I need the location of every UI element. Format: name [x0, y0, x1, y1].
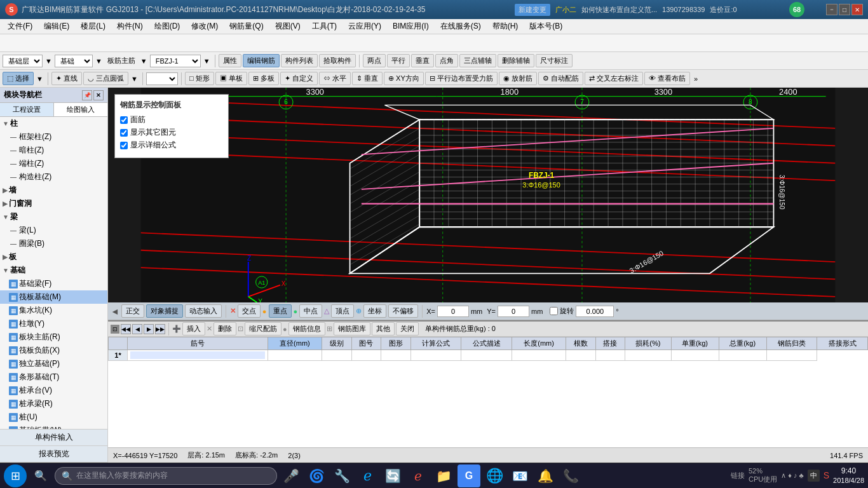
tree-item-8[interactable]: — 梁(L): [0, 224, 107, 237]
vertex-btn[interactable]: 顶点: [331, 304, 354, 318]
lang-indicator[interactable]: 中: [808, 470, 820, 482]
tree-item-19[interactable]: ▦ 条形基础(T): [0, 370, 107, 384]
taskbar-icon-5[interactable]: ℯ: [407, 464, 430, 487]
new-change-btn[interactable]: 新建变更: [515, 4, 550, 16]
menu-item-BIM应用I[interactable]: BIM应用(I): [388, 20, 434, 33]
cross-lr-btn[interactable]: ⇄ 交叉左右标注: [585, 72, 643, 85]
coordinate-btn[interactable]: 坐标: [363, 304, 386, 318]
tree-item-1[interactable]: — 框架柱(Z): [0, 130, 107, 144]
menu-item-楼层L[interactable]: 楼层(L): [76, 20, 111, 33]
tree-item-13[interactable]: ▦ 筏板基础(M): [0, 290, 107, 304]
ortho-btn[interactable]: 正交: [121, 304, 144, 318]
single-component-btn[interactable]: 单构件输入: [0, 430, 107, 446]
taskbar-icon-6[interactable]: 📁: [432, 464, 455, 487]
auto-config-btn[interactable]: ⚙ 自动配筋: [538, 72, 583, 85]
menu-item-在线服务S[interactable]: 在线服务(S): [435, 20, 486, 33]
face-rebar-check[interactable]: [120, 116, 128, 124]
menu-item-绘图D[interactable]: 绘图(D): [149, 20, 186, 33]
edit-steel-btn[interactable]: 编辑钢筋: [243, 54, 280, 67]
parallel-layout-btn[interactable]: ⊟ 平行边布置受力筋: [425, 72, 498, 85]
tree-item-11[interactable]: ▼ 基础: [0, 264, 107, 277]
custom-btn[interactable]: ✦ 自定义: [280, 72, 318, 85]
shape-select[interactable]: [146, 72, 178, 85]
tree-item-3[interactable]: — 端柱(Z): [0, 157, 107, 170]
menu-item-帮助H[interactable]: 帮助(H): [487, 20, 524, 33]
tree-item-5[interactable]: ▶ 墙: [0, 184, 107, 197]
view-layout-btn[interactable]: 👁 查看布筋: [644, 72, 690, 85]
x-input[interactable]: [437, 306, 469, 317]
menu-item-视图V[interactable]: 视图(V): [270, 20, 306, 33]
delete-aux-btn[interactable]: 删除辅轴: [498, 54, 534, 67]
property-btn[interactable]: 属性: [219, 54, 241, 67]
tree-item-4[interactable]: — 构造柱(Z): [0, 170, 107, 184]
tree-item-12[interactable]: ▦ 基础梁(F): [0, 277, 107, 290]
insert-btn[interactable]: 插入: [182, 322, 205, 336]
object-snap-btn[interactable]: 对象捕捉: [146, 304, 183, 318]
menu-item-文件F[interactable]: 文件(F): [3, 20, 37, 33]
menu-item-构件N[interactable]: 构件(N): [112, 20, 148, 33]
close-button[interactable]: ✕: [851, 4, 863, 15]
drawing-input-btn[interactable]: 绘图输入: [54, 103, 107, 116]
tree-item-22[interactable]: ▦ 桩(U): [0, 410, 107, 424]
checkbox-show-other[interactable]: 显示其它图元: [120, 127, 223, 138]
tree-item-9[interactable]: — 圈梁(B): [0, 237, 107, 250]
show-formula-check[interactable]: [120, 142, 128, 149]
nav-prev-btn[interactable]: ◀: [132, 324, 142, 334]
xy-btn[interactable]: ⊕ XY方向: [384, 72, 424, 85]
report-preview-btn[interactable]: 报表预览: [0, 446, 107, 463]
engineering-setup-btn[interactable]: 工程设置: [0, 103, 54, 116]
menu-item-修改M[interactable]: 修改(M): [186, 20, 223, 33]
intersection-btn[interactable]: 交点: [238, 304, 261, 318]
tree-item-0[interactable]: ▼ 柱: [0, 117, 107, 130]
dynamic-input-btn[interactable]: 动态输入: [185, 304, 222, 318]
tree-item-21[interactable]: ▦ 桩承梁(R): [0, 397, 107, 410]
taskbar-search-box[interactable]: 🔍 在这里输入你要搜索的内容: [55, 467, 277, 485]
vertical-btn[interactable]: 垂直: [411, 54, 434, 67]
checkbox-show-formula[interactable]: 显示详细公式: [120, 140, 223, 151]
select-btn[interactable]: ⬚ 选择: [3, 72, 34, 85]
taskbar-search-icon[interactable]: 🔍: [29, 464, 52, 487]
delete-btn[interactable]: 删除: [214, 322, 236, 336]
guangfuEr-btn[interactable]: 广小二: [555, 5, 576, 15]
tree-item-20[interactable]: ▦ 桩承台(V): [0, 384, 107, 397]
horizontal-btn[interactable]: ⇔ 水平: [319, 72, 351, 85]
vertical2-btn[interactable]: ⇕ 垂直: [352, 72, 383, 85]
parallel-btn[interactable]: 平行: [387, 54, 410, 67]
minimize-button[interactable]: －: [826, 4, 837, 15]
start-button[interactable]: ⊞: [4, 464, 27, 487]
more-btn[interactable]: »: [691, 75, 700, 83]
taskbar-icon-9[interactable]: 🔔: [534, 464, 557, 487]
other-btn[interactable]: 其他: [372, 322, 395, 336]
taskbar-icon-7[interactable]: 🌐: [483, 464, 506, 487]
taskbar-icon-10[interactable]: 📞: [559, 464, 582, 487]
dimension-btn[interactable]: 尺寸标注: [536, 54, 573, 67]
taskbar-mic-icon[interactable]: 🎤: [280, 464, 302, 487]
scale-btn[interactable]: 缩尺配筋: [245, 322, 281, 336]
tree-item-6[interactable]: ▶ 门窗洞: [0, 197, 107, 210]
point-angle-btn[interactable]: 点角: [435, 54, 458, 67]
taskbar-icon-g[interactable]: G: [458, 464, 480, 487]
midpoint2-btn[interactable]: 中点: [299, 304, 322, 318]
rotate-check[interactable]: [550, 307, 558, 315]
maximize-button[interactable]: □: [839, 4, 850, 15]
taskbar-icon-3[interactable]: ℯ: [356, 464, 379, 487]
tree-item-2[interactable]: — 暗柱(Z): [0, 144, 107, 157]
taskbar-icon-2[interactable]: 🔧: [330, 464, 353, 487]
multi-plate-btn[interactable]: ⊞ 多板: [248, 72, 279, 85]
pick-component-btn[interactable]: 拾取构件: [319, 54, 356, 67]
menu-item-版本号B[interactable]: 版本号(B): [524, 20, 567, 33]
three-point-aux-btn[interactable]: 三点辅轴: [459, 54, 496, 67]
steel-info-btn[interactable]: 钢筋信息: [288, 322, 325, 336]
tree-item-14[interactable]: ▦ 集水坑(K): [0, 304, 107, 317]
menu-item-工具T[interactable]: 工具(T): [307, 20, 342, 33]
nav-next-btn[interactable]: ▶: [144, 324, 154, 334]
taskbar-icon-1[interactable]: 🌀: [305, 464, 328, 487]
fbzj-select[interactable]: FBZJ-1: [150, 55, 201, 67]
tree-item-10[interactable]: ▶ 板: [0, 250, 107, 264]
taskbar-icon-4[interactable]: 🔄: [381, 464, 404, 487]
tree-item-15[interactable]: ▦ 柱墩(Y): [0, 317, 107, 330]
y-input[interactable]: [498, 306, 529, 317]
arc-btn[interactable]: ◡ 三点圆弧: [83, 72, 128, 85]
tree-item-17[interactable]: ▦ 筏板负筋(X): [0, 344, 107, 357]
menu-item-云应用Y[interactable]: 云应用(Y): [343, 20, 386, 33]
